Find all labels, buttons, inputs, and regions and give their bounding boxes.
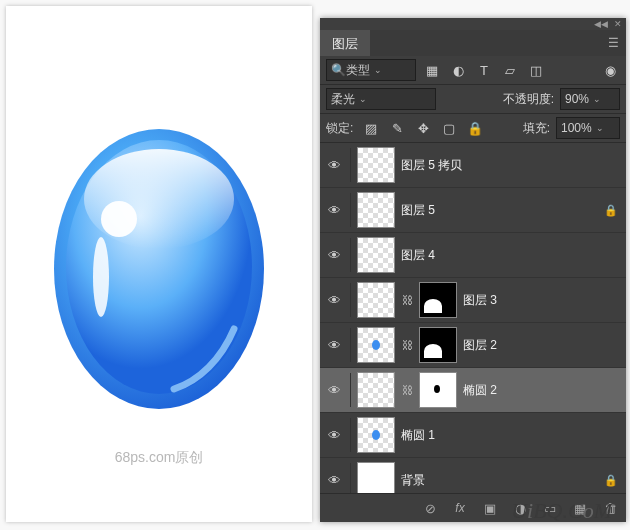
- link-icon[interactable]: ⛓: [401, 384, 413, 396]
- layer-name[interactable]: 椭圆 2: [463, 382, 596, 399]
- add-mask-icon[interactable]: ▣: [480, 498, 500, 518]
- filter-pixel-icon[interactable]: ▦: [422, 60, 442, 80]
- collapse-icon[interactable]: ◀◀: [594, 19, 608, 29]
- layer-mask-thumbnail[interactable]: [419, 372, 457, 408]
- layer-name[interactable]: 图层 3: [463, 292, 596, 309]
- layer-row[interactable]: 👁图层 5 拷贝: [320, 143, 626, 188]
- layer-thumbnail[interactable]: [357, 372, 395, 408]
- layer-row[interactable]: 👁⛓椭圆 2: [320, 368, 626, 413]
- layer-name[interactable]: 椭圆 1: [401, 427, 596, 444]
- visibility-eye-icon[interactable]: 👁: [324, 203, 344, 218]
- layers-panel: ◀◀ ✕ 图层 ☰ 🔍 类型 ⌄ ▦ ◐ T ▱ ◫ ◉ 柔光 ⌄ 不透明度: …: [320, 18, 626, 522]
- filter-smart-icon[interactable]: ◫: [526, 60, 546, 80]
- filter-row: 🔍 类型 ⌄ ▦ ◐ T ▱ ◫ ◉: [320, 56, 626, 85]
- filter-type-label: 类型: [346, 62, 370, 79]
- svg-point-2: [84, 149, 234, 249]
- filter-toggle[interactable]: ◉: [600, 60, 620, 80]
- opacity-label: 不透明度:: [503, 91, 554, 108]
- lock-all-icon[interactable]: 🔒: [465, 118, 485, 138]
- lock-label: 锁定:: [326, 120, 353, 137]
- panel-tabs: 图层 ☰: [320, 30, 626, 56]
- document-canvas: 68ps.com原创: [6, 6, 312, 522]
- trash-icon[interactable]: 🗑: [600, 498, 620, 518]
- blend-mode-select[interactable]: 柔光 ⌄: [326, 88, 436, 110]
- layers-list: 👁图层 5 拷贝👁图层 5🔒👁图层 4👁⛓图层 3👁⛓图层 2👁⛓椭圆 2👁椭圆…: [320, 143, 626, 493]
- filter-type-select[interactable]: 🔍 类型 ⌄: [326, 59, 416, 81]
- separator: [350, 328, 351, 362]
- filter-shape-icon[interactable]: ▱: [500, 60, 520, 80]
- fill-input[interactable]: 100% ⌄: [556, 117, 620, 139]
- svg-point-3: [101, 201, 137, 237]
- artwork: [6, 6, 312, 522]
- visibility-eye-icon[interactable]: 👁: [324, 338, 344, 353]
- visibility-eye-icon[interactable]: 👁: [324, 428, 344, 443]
- search-icon: 🔍: [331, 63, 346, 77]
- lock-transparent-icon[interactable]: ▨: [361, 118, 381, 138]
- layer-name[interactable]: 背景: [401, 472, 596, 489]
- layer-row[interactable]: 👁图层 5🔒: [320, 188, 626, 233]
- panel-dragbar[interactable]: ◀◀ ✕: [320, 18, 626, 30]
- layer-thumbnail[interactable]: [357, 282, 395, 318]
- visibility-eye-icon[interactable]: 👁: [324, 248, 344, 263]
- layer-thumbnail[interactable]: [357, 417, 395, 453]
- link-icon[interactable]: ⛓: [401, 339, 413, 351]
- lock-position-icon[interactable]: ✥: [413, 118, 433, 138]
- filter-text-icon[interactable]: T: [474, 60, 494, 80]
- layer-thumbnail[interactable]: [357, 147, 395, 183]
- fill-label: 填充:: [523, 120, 550, 137]
- layer-row[interactable]: 👁背景🔒: [320, 458, 626, 493]
- lock-paint-icon[interactable]: ✎: [387, 118, 407, 138]
- blend-mode-value: 柔光: [331, 91, 355, 108]
- layer-thumbnail[interactable]: [357, 462, 395, 493]
- separator: [350, 418, 351, 452]
- opacity-value: 90%: [565, 92, 589, 106]
- filter-adjust-icon[interactable]: ◐: [448, 60, 468, 80]
- chevron-down-icon: ⌄: [374, 65, 382, 75]
- chevron-down-icon: ⌄: [593, 94, 601, 104]
- fx-icon[interactable]: fx: [450, 498, 470, 518]
- panel-menu-icon[interactable]: ☰: [600, 30, 626, 56]
- layer-row[interactable]: 👁⛓图层 3: [320, 278, 626, 323]
- panel-footer: ⊘ fx ▣ ◑ ▭ ▦ 🗑: [320, 493, 626, 522]
- link-icon[interactable]: ⛓: [401, 294, 413, 306]
- lock-indicator-icon: 🔒: [602, 474, 620, 487]
- tab-layers[interactable]: 图层: [320, 30, 370, 56]
- layer-mask-thumbnail[interactable]: [419, 282, 457, 318]
- link-layers-icon[interactable]: ⊘: [420, 498, 440, 518]
- separator: [350, 148, 351, 182]
- close-panel-icon[interactable]: ✕: [614, 19, 622, 29]
- chevron-down-icon: ⌄: [359, 94, 367, 104]
- opacity-input[interactable]: 90% ⌄: [560, 88, 620, 110]
- visibility-eye-icon[interactable]: 👁: [324, 158, 344, 173]
- layer-row[interactable]: 👁图层 4: [320, 233, 626, 278]
- svg-point-4: [93, 237, 109, 317]
- adjustment-layer-icon[interactable]: ◑: [510, 498, 530, 518]
- separator: [350, 463, 351, 493]
- new-layer-icon[interactable]: ▦: [570, 498, 590, 518]
- group-icon[interactable]: ▭: [540, 498, 560, 518]
- lock-row: 锁定: ▨ ✎ ✥ ▢ 🔒 填充: 100% ⌄: [320, 114, 626, 143]
- layer-row[interactable]: 👁椭圆 1: [320, 413, 626, 458]
- visibility-eye-icon[interactable]: 👁: [324, 383, 344, 398]
- layer-thumbnail[interactable]: [357, 237, 395, 273]
- layer-thumbnail[interactable]: [357, 192, 395, 228]
- layer-thumbnail[interactable]: [357, 327, 395, 363]
- separator: [350, 193, 351, 227]
- layer-row[interactable]: 👁⛓图层 2: [320, 323, 626, 368]
- blend-row: 柔光 ⌄ 不透明度: 90% ⌄: [320, 85, 626, 114]
- visibility-eye-icon[interactable]: 👁: [324, 293, 344, 308]
- layer-mask-thumbnail[interactable]: [419, 327, 457, 363]
- lock-indicator-icon: 🔒: [602, 204, 620, 217]
- visibility-eye-icon[interactable]: 👁: [324, 473, 344, 488]
- separator: [350, 373, 351, 407]
- chevron-down-icon: ⌄: [596, 123, 604, 133]
- layer-name[interactable]: 图层 4: [401, 247, 596, 264]
- separator: [350, 238, 351, 272]
- tab-spacer: [370, 30, 600, 56]
- layer-name[interactable]: 图层 5 拷贝: [401, 157, 596, 174]
- fill-value: 100%: [561, 121, 592, 135]
- layer-name[interactable]: 图层 5: [401, 202, 596, 219]
- layer-name[interactable]: 图层 2: [463, 337, 596, 354]
- blue-orb-graphic: [39, 109, 279, 419]
- lock-artboard-icon[interactable]: ▢: [439, 118, 459, 138]
